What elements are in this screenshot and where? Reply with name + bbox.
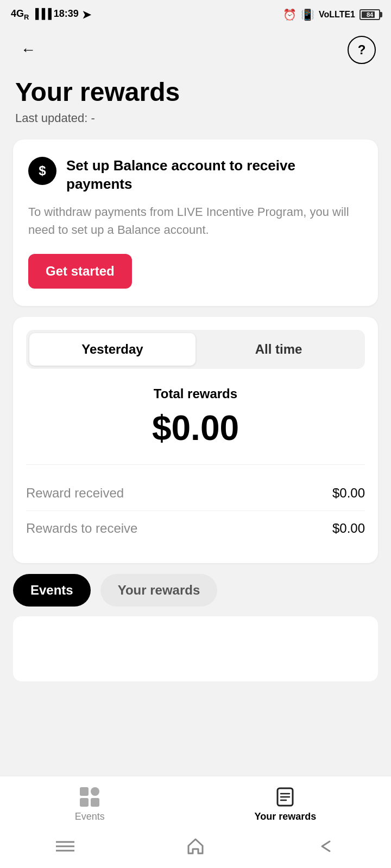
your-rewards-nav-label: Your rewards	[254, 811, 316, 822]
events-grid-icon	[79, 786, 100, 808]
home-button[interactable]	[185, 835, 206, 857]
events-nav-icon	[79, 786, 100, 808]
dollar-icon: $	[28, 157, 56, 185]
system-nav	[0, 828, 391, 868]
page-title: Your rewards	[15, 78, 376, 107]
svg-rect-2	[80, 798, 89, 807]
divider	[26, 464, 365, 465]
signal-icon: VoLLTE1	[319, 10, 355, 20]
status-bar: 4GR ▐▐▐ 18:39 ➤ ⏰ 📳 VoLLTE1 84	[0, 0, 391, 27]
bottom-nav: Events Your rewards	[0, 776, 391, 868]
question-mark-icon: ?	[358, 42, 366, 58]
events-nav-label: Events	[75, 811, 105, 822]
pill-your-rewards[interactable]: Your rewards	[100, 574, 218, 607]
status-left: 4GR ▐▐▐ 18:39 ➤	[11, 8, 91, 21]
help-button[interactable]: ?	[348, 36, 376, 64]
setup-balance-card: $ Set up Balance account to receive paym…	[13, 139, 378, 307]
alarm-icon: ⏰	[283, 8, 297, 21]
your-rewards-nav-icon	[274, 786, 296, 808]
home-icon	[186, 837, 205, 856]
reward-received-label: Reward received	[26, 486, 124, 501]
rewards-to-receive-row: Rewards to receive $0.00	[26, 510, 365, 546]
rewards-to-receive-label: Rewards to receive	[26, 521, 137, 536]
setup-card-description: To withdraw payments from LIVE Incentive…	[28, 203, 363, 239]
back-nav-button[interactable]	[315, 835, 337, 857]
setup-card-title: Set up Balance account to receive paymen…	[66, 157, 363, 194]
location-icon: ➤	[82, 8, 91, 21]
bottom-nav-items: Events Your rewards	[0, 776, 391, 828]
header: ← ?	[0, 27, 391, 73]
back-arrow-icon: ←	[21, 41, 36, 59]
filter-pills: Events Your rewards	[0, 574, 391, 607]
nav-item-your-rewards[interactable]: Your rewards	[254, 786, 316, 822]
back-nav-icon	[317, 837, 335, 856]
content-area	[13, 616, 378, 681]
battery-icon: 84	[360, 9, 380, 20]
svg-rect-1	[91, 787, 99, 796]
tab-all-time[interactable]: All time	[195, 333, 362, 366]
rewards-card: Yesterday All time Total rewards $0.00 R…	[13, 317, 378, 563]
setup-card-header: $ Set up Balance account to receive paym…	[28, 157, 363, 194]
tab-toggle: Yesterday All time	[26, 330, 365, 369]
vibrate-icon: 📳	[301, 8, 314, 21]
status-right: ⏰ 📳 VoLLTE1 84	[283, 8, 380, 21]
hamburger-icon	[56, 840, 74, 853]
rewards-list-icon	[274, 786, 296, 808]
page-title-section: Your rewards Last updated: -	[0, 73, 391, 129]
pill-events[interactable]: Events	[13, 574, 91, 607]
back-button[interactable]: ←	[15, 37, 41, 63]
network-indicator: 4GR ▐▐▐ 18:39	[11, 8, 79, 21]
nav-item-events[interactable]: Events	[75, 786, 105, 822]
reward-received-value: $0.00	[332, 486, 365, 501]
last-updated: Last updated: -	[15, 111, 376, 125]
tab-yesterday[interactable]: Yesterday	[29, 333, 195, 366]
rewards-to-receive-value: $0.00	[332, 521, 365, 536]
total-rewards-amount: $0.00	[26, 408, 365, 448]
battery-percent: 84	[367, 11, 373, 18]
total-rewards-label: Total rewards	[26, 386, 365, 401]
svg-rect-3	[91, 798, 99, 807]
hamburger-button[interactable]	[54, 835, 76, 857]
svg-rect-0	[80, 787, 89, 796]
get-started-button[interactable]: Get started	[28, 254, 132, 289]
reward-received-row: Reward received $0.00	[26, 476, 365, 510]
